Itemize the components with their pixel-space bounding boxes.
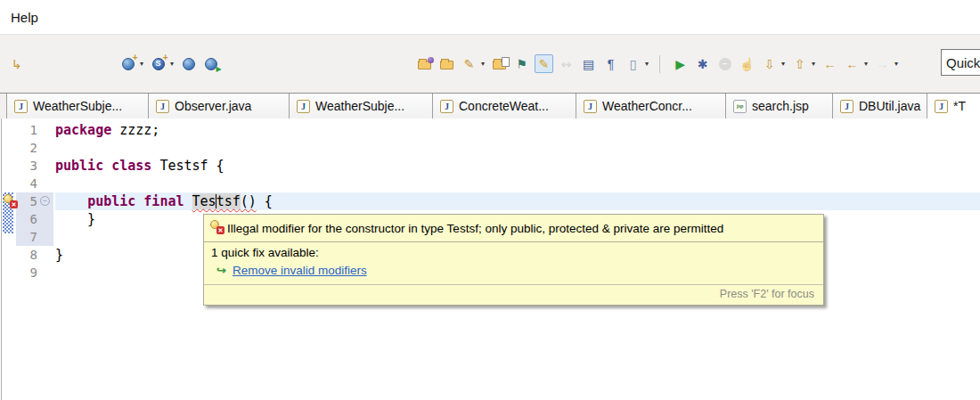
- code-line-3[interactable]: public class Testsf {: [55, 157, 980, 175]
- code-line-2[interactable]: [55, 139, 980, 157]
- link-with-editor-icon: ↭: [557, 54, 576, 73]
- quick-access-input[interactable]: [941, 49, 980, 76]
- gutter-line-2: 2: [16, 139, 53, 157]
- block-selection-icon[interactable]: ▯: [624, 54, 642, 73]
- toolbar-group-2: ✎▾⚑✎↭▤¶▯▾: [413, 54, 652, 73]
- tab-weatherconcr[interactable]: JWeatherConcr...: [576, 94, 726, 118]
- line-number: 9: [16, 264, 37, 282]
- tooltip-focus-hint: Press 'F2' for focus: [204, 284, 823, 305]
- line-number: 6: [16, 210, 37, 228]
- suspend-icon: ☝: [738, 54, 756, 73]
- gutter-line-5: 5−: [16, 192, 53, 210]
- toolbar-icon-strip: ↳▾S▾✎▾⚑✎↭▤¶▯▾▶✱−☝⇩▾⇧▾←←▾→▾: [0, 54, 902, 73]
- tab-weathersubje[interactable]: JWeatherSubje...: [290, 94, 433, 118]
- mark-text-dropdown[interactable]: ▾: [481, 60, 485, 68]
- block-selection-dropdown[interactable]: ▾: [645, 60, 649, 68]
- deploy-module-icon[interactable]: [415, 54, 434, 73]
- import-icon-glyph: [440, 61, 453, 69]
- gutter-line-8: 8: [16, 246, 53, 264]
- code-line-5[interactable]: public final Testsf() {: [55, 192, 980, 210]
- show-selected-element-icon[interactable]: ▤: [579, 54, 598, 73]
- code-segment: }: [55, 247, 63, 263]
- editor-tab-bar: JWeatherSubje...JObserver.javaJWeatherSu…: [0, 93, 980, 118]
- code-segment: (): [241, 193, 257, 209]
- run-on-server-icon-glyph: [205, 58, 217, 70]
- code-segment: [55, 193, 87, 209]
- quick-fix-item[interactable]: ↪ Remove invalid modifiers: [204, 261, 823, 284]
- previous-annotation-icon[interactable]: ⇧: [790, 54, 809, 73]
- deploy-module-icon-glyph: [418, 61, 431, 69]
- line-number: 3: [16, 157, 37, 175]
- tab-label: Observer.java: [175, 99, 251, 113]
- search-flag-icon-glyph: ⚑: [516, 58, 527, 70]
- next-annotation-icon[interactable]: ⇩: [760, 54, 779, 73]
- run-on-server-icon[interactable]: [201, 54, 220, 73]
- previous-annotation-dropdown[interactable]: ▾: [812, 60, 815, 68]
- mark-occurrences-icon[interactable]: ✎: [535, 54, 553, 73]
- new-servlet-icon[interactable]: S: [149, 54, 167, 73]
- line-number: 7: [16, 228, 37, 246]
- code-line-4[interactable]: [55, 175, 980, 192]
- new-web-project-icon[interactable]: [118, 54, 137, 73]
- code-segment: }: [55, 211, 95, 227]
- quick-fix-count: 1 quick fix available:: [204, 242, 823, 261]
- remove-invalid-modifiers-link[interactable]: Remove invalid modifiers: [233, 264, 367, 277]
- last-edit-arrow-icon[interactable]: ←: [821, 54, 839, 73]
- export-icon[interactable]: [490, 54, 509, 73]
- tab-concreteweat[interactable]: JConcreteWeat...: [433, 94, 576, 118]
- open-web-browser-icon[interactable]: [179, 54, 198, 73]
- line-number: 5: [16, 192, 37, 210]
- menu-bar: Help: [0, 0, 980, 34]
- error-marker-icon[interactable]: ✕: [4, 194, 17, 208]
- menu-help[interactable]: Help: [7, 8, 42, 27]
- window-sash[interactable]: [1, 118, 2, 400]
- java-file-icon: J: [297, 100, 310, 113]
- java-file-icon: J: [840, 100, 853, 113]
- code-segment: [184, 193, 192, 209]
- annotation-ruler[interactable]: ✕: [3, 118, 16, 400]
- line-number-ruler[interactable]: 12345−6789: [16, 118, 53, 400]
- code-segment: Tes: [192, 193, 216, 209]
- fold-collapse-icon[interactable]: −: [40, 196, 50, 206]
- tab-search-jsp[interactable]: jspsearch.jsp: [726, 94, 833, 118]
- open-web-browser-icon-glyph: [183, 58, 195, 70]
- show-whitespace-icon-glyph: ¶: [608, 58, 615, 70]
- java-file-icon: J: [935, 100, 948, 113]
- quick-fix-section: 1 quick fix available: ↪ Remove invalid …: [204, 241, 823, 284]
- java-file-icon: J: [584, 100, 597, 113]
- toolbar-group-0: ↳: [5, 54, 28, 73]
- code-line-1[interactable]: package zzzz;: [55, 121, 980, 139]
- line-number: 4: [16, 175, 37, 192]
- mark-text-icon[interactable]: ✎: [460, 54, 478, 73]
- main-toolbar: ↳▾S▾✎▾⚑✎↭▤¶▯▾▶✱−☝⇩▾⇧▾←←▾→▾: [0, 34, 980, 93]
- new-servlet-icon-glyph: S: [152, 58, 165, 70]
- tab-observer-java[interactable]: JObserver.java: [149, 94, 290, 118]
- tab-label: WeatherSubje...: [33, 99, 122, 113]
- forward-dropdown[interactable]: ▾: [894, 60, 898, 68]
- previous-annotation-icon-glyph: ⇧: [795, 58, 805, 70]
- tab-t[interactable]: J*T: [927, 94, 980, 118]
- last-edit-location-icon[interactable]: ↳: [7, 54, 26, 73]
- link-with-editor-icon-glyph: ↭: [561, 58, 572, 70]
- tab-dbutil-java[interactable]: JDBUtil.java: [833, 94, 927, 118]
- tab-label: WeatherSubje...: [315, 99, 404, 113]
- import-icon[interactable]: [437, 54, 456, 73]
- error-x-badge: ✕: [10, 200, 18, 208]
- line-number: 2: [16, 139, 37, 157]
- debug-icon[interactable]: ✱: [693, 54, 712, 73]
- show-whitespace-icon[interactable]: ¶: [601, 54, 620, 73]
- new-web-project-dropdown[interactable]: ▾: [140, 60, 143, 68]
- run-icon[interactable]: ▶: [671, 54, 690, 73]
- back-dropdown[interactable]: ▾: [864, 60, 868, 68]
- next-annotation-icon-glyph: ⇩: [764, 58, 775, 70]
- tab-label: ConcreteWeat...: [459, 99, 549, 113]
- gutter-line-9: 9: [16, 264, 53, 282]
- search-flag-icon[interactable]: ⚑: [512, 54, 531, 73]
- suspend-icon-glyph: ☝: [739, 58, 755, 70]
- gutter-line-3: 3: [16, 157, 53, 175]
- back-icon-glyph: ←: [846, 58, 859, 70]
- back-icon[interactable]: ←: [843, 54, 862, 73]
- new-servlet-dropdown[interactable]: ▾: [170, 60, 174, 68]
- tab-weathersubje[interactable]: JWeatherSubje...: [6, 94, 149, 118]
- next-annotation-dropdown[interactable]: ▾: [781, 60, 785, 68]
